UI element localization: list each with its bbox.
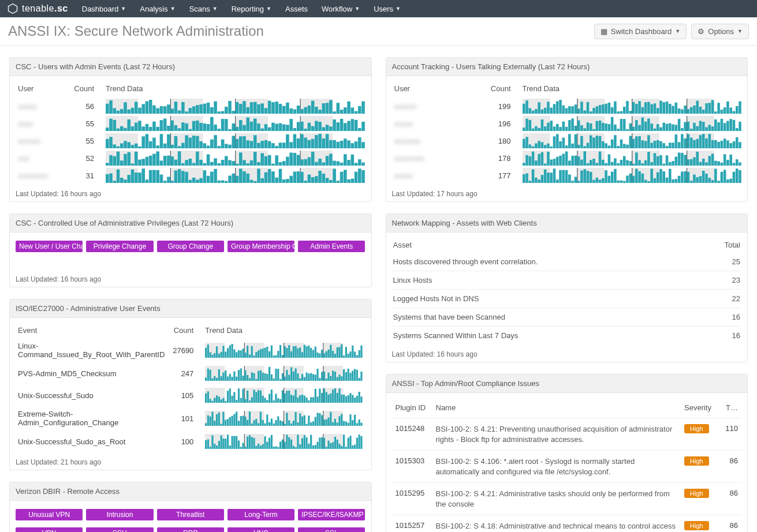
table-row[interactable]: xxxxx177 (392, 167, 742, 184)
col-plugin-id: Plugin ID (392, 398, 432, 418)
cell-trend (196, 430, 365, 452)
svg-rect-624 (343, 395, 345, 403)
svg-rect-194 (207, 145, 210, 148)
svg-rect-1095 (705, 162, 708, 166)
svg-rect-670 (271, 418, 273, 426)
svg-rect-766 (308, 444, 310, 449)
svg-rect-174 (135, 144, 138, 148)
asset-row[interactable]: Logged Hosts Not in DNS22 (392, 289, 742, 308)
svg-rect-436 (278, 351, 279, 358)
table-row[interactable]: 1015303BSI-100-2: S 4.106: *.alert root … (392, 451, 742, 483)
pill[interactable]: Long-Term (228, 509, 294, 520)
svg-rect-102 (160, 120, 163, 131)
svg-rect-1066 (617, 163, 620, 166)
svg-rect-495 (234, 372, 236, 381)
chevron-down-icon: ▼ (266, 6, 271, 12)
table-row[interactable]: Unix-Successful_Sudo105 (16, 384, 366, 406)
table-row[interactable]: xxxxxxxx178 (392, 149, 742, 167)
table-row[interactable]: xxx52 (16, 149, 366, 167)
svg-rect-306 (326, 156, 329, 166)
svg-rect-121 (228, 129, 232, 131)
table-row[interactable]: PVS-Admin_MD5_Checksum247 (16, 362, 366, 384)
svg-rect-825 (605, 104, 607, 114)
pill[interactable]: SSH (86, 527, 153, 532)
svg-rect-612 (317, 396, 319, 403)
svg-rect-674 (279, 421, 281, 426)
nav-label: Users (374, 5, 393, 13)
switch-dashboard-button[interactable]: ▦ Switch Dashboard ▼ (594, 24, 687, 39)
svg-rect-998 (650, 143, 653, 148)
svg-rect-765 (306, 437, 308, 449)
pill[interactable]: SSL (298, 527, 365, 532)
nav-item-assets[interactable]: Assets (285, 5, 308, 13)
pill[interactable]: VNC (228, 527, 294, 532)
svg-rect-826 (607, 103, 610, 114)
pill[interactable]: Group Membership Change (228, 241, 294, 252)
svg-rect-1086 (677, 152, 680, 166)
svg-rect-1100 (720, 163, 723, 166)
svg-rect-960 (535, 143, 538, 148)
svg-rect-139 (293, 128, 297, 131)
svg-rect-675 (282, 421, 284, 426)
nav-item-scans[interactable]: Scans▼ (189, 5, 218, 13)
asset-row[interactable]: Hosts discovered through event correlati… (392, 253, 742, 271)
brand[interactable]: tenable.sc (7, 3, 68, 14)
svg-rect-115 (207, 124, 210, 131)
grid-icon: ▦ (601, 27, 607, 36)
table-row[interactable]: Linux-Command_Issued_By_Root_With_Parent… (16, 338, 366, 362)
pill[interactable]: VPN (16, 527, 83, 532)
cell-count: 100 (167, 430, 196, 452)
pill[interactable]: New User / User Change (16, 241, 83, 252)
table-row[interactable]: xxxxx56 (16, 98, 366, 115)
table-row[interactable]: xxxxxx199 (392, 98, 742, 115)
asset-row[interactable]: Systems that have been Scanned16 (392, 308, 742, 326)
svg-rect-336 (149, 170, 152, 183)
asset-row[interactable]: Systems Scanned Within Last 7 Days16 (392, 326, 742, 344)
pill[interactable]: Threatlist (157, 509, 224, 520)
table-row[interactable]: 1015248BSI-100-2: S 4.21: Preventing una… (392, 418, 742, 451)
table-row[interactable]: 1015295BSI-100-2: S 4.21: Administrative… (392, 483, 742, 515)
svg-rect-991 (629, 136, 632, 148)
table-row[interactable]: xxxxxx55 (16, 132, 366, 149)
pill[interactable]: Group Change (157, 241, 224, 252)
svg-rect-975 (580, 136, 583, 148)
svg-rect-26 (170, 108, 174, 114)
table-row[interactable]: xxxxx196 (392, 115, 742, 132)
nav-item-reporting[interactable]: Reporting▼ (232, 5, 271, 13)
svg-rect-468 (348, 354, 349, 358)
table-row[interactable]: Extreme-Switch-Admin_Configuration_Chang… (16, 406, 366, 430)
nav-label: Dashboard (82, 5, 119, 13)
svg-rect-208 (257, 143, 260, 148)
table-row[interactable]: xxxx55 (16, 115, 366, 132)
svg-rect-368 (264, 173, 268, 183)
svg-rect-432 (269, 351, 270, 358)
table-row[interactable]: 1015257BSI-100-2: S 4.18: Administrative… (392, 515, 742, 532)
pill[interactable]: Intrusion (86, 509, 153, 520)
svg-rect-14 (127, 110, 130, 114)
svg-rect-281 (236, 164, 239, 166)
nav-item-workflow[interactable]: Workflow▼ (322, 5, 360, 13)
svg-rect-33 (196, 105, 199, 114)
svg-rect-332 (135, 173, 138, 183)
svg-rect-76 (351, 107, 355, 114)
options-button[interactable]: ⚙ Options ▼ (691, 24, 749, 39)
pill[interactable]: IPSEC/IKE/ISAKMP (298, 509, 365, 520)
asset-row[interactable]: Linux Hosts23 (392, 271, 742, 289)
svg-rect-537 (326, 379, 327, 381)
nav-item-users[interactable]: Users▼ (374, 5, 401, 13)
svg-rect-89 (113, 120, 116, 131)
svg-rect-420 (243, 349, 244, 358)
nav-item-analysis[interactable]: Analysis▼ (140, 5, 175, 13)
svg-rect-561 (205, 394, 207, 403)
table-row[interactable]: xxxxxxxx31 (16, 167, 366, 184)
pill[interactable]: Unusual VPN (16, 509, 83, 520)
svg-rect-1044 (550, 160, 553, 166)
table-row[interactable]: Unix-Successful_Sudo_as_Root100 (16, 430, 366, 452)
pill[interactable]: Admin Events (298, 241, 365, 252)
cell-total: 86 (721, 483, 741, 515)
nav-item-dashboard[interactable]: Dashboard▼ (82, 5, 126, 13)
pill[interactable]: Privilege Change (86, 241, 153, 252)
pill[interactable]: RDP (157, 527, 224, 532)
svg-rect-726 (221, 436, 222, 449)
table-row[interactable]: xxxxxxx180 (392, 132, 742, 149)
